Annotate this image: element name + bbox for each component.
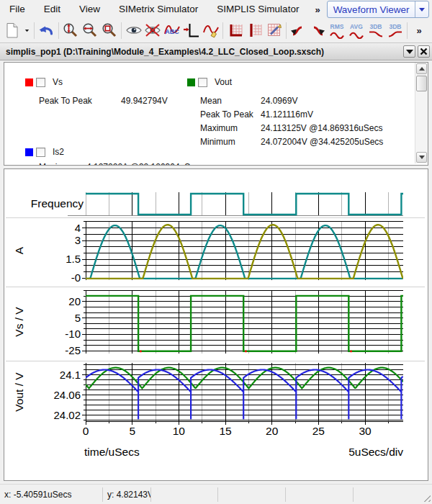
edit-grid-button[interactable]: [264, 20, 284, 40]
add-axis-icon: [183, 22, 200, 39]
menu-item-edit[interactable]: Edit: [35, 0, 70, 19]
triangle-up-icon: [419, 67, 425, 71]
svg-text:»: »: [417, 25, 422, 36]
status-cell: [354, 487, 432, 502]
stat-label: Minimum: [200, 137, 261, 147]
menu-item-view[interactable]: View: [70, 0, 109, 19]
avg-icon: AVG: [348, 22, 365, 39]
toolbar-separator: [222, 22, 223, 39]
x-scale-note: 5uSecs/div: [348, 446, 403, 458]
svg-text:24.02: 24.02: [53, 409, 81, 421]
toolbar-more-button[interactable]: »: [410, 20, 429, 40]
traces-a: [86, 225, 403, 279]
legend-color-swatch: [25, 148, 33, 156]
menu-bar: FileEditViewSIMetrix SimulatorSIMPLIS Si…: [0, 0, 432, 19]
chevron-down-icon: [406, 50, 413, 54]
highpass-3db-icon: 3DB: [387, 22, 404, 39]
combo-dropdown-button[interactable]: [415, 1, 428, 17]
triangle-down-icon: [419, 156, 425, 159]
legend-entry-is2: Is2: [25, 147, 64, 157]
stat-value: 24.113125V @14.869316uSecs: [261, 123, 382, 133]
waveform-chart[interactable]: FrequencyA431.5-0Vs / V205-10-25Vout / V…: [4, 169, 426, 479]
undo-icon: [37, 22, 55, 39]
legend-checkbox-vs[interactable]: [36, 78, 45, 87]
curve-next-icon: [309, 22, 326, 39]
avg-button[interactable]: AVG: [347, 20, 366, 40]
stat-value: 24.072004V @34.425205uSecs: [261, 137, 383, 147]
toolbar-more-icon: »: [410, 22, 428, 39]
annotate-curve-icon: ABC: [163, 22, 181, 39]
svg-text:ABC: ABC: [166, 28, 180, 35]
status-y-coordinate: y: 4.82143V: [103, 487, 151, 502]
new-document-dropdown-button[interactable]: [22, 20, 32, 40]
rms-button[interactable]: RMS: [328, 20, 347, 40]
zoom-y-button[interactable]: [61, 20, 81, 40]
lowpass-3db-button[interactable]: 3DB: [366, 20, 385, 40]
legend-scrollbar[interactable]: [415, 63, 428, 163]
scroll-up-button[interactable]: [416, 63, 427, 74]
legend-curve-name: Is2: [53, 147, 64, 157]
svg-text:5: 5: [129, 425, 135, 437]
svg-text:4: 4: [75, 222, 81, 234]
zoom-x-icon: [81, 22, 99, 39]
scrollbar-thumb[interactable]: [416, 76, 427, 91]
status-cell: [151, 487, 218, 502]
svg-text:10: 10: [173, 425, 186, 437]
stat-label: Peak To Peak: [39, 96, 121, 106]
show-curve-button[interactable]: [124, 20, 143, 40]
svg-text:-0: -0: [71, 271, 81, 284]
add-axis-button[interactable]: [182, 20, 202, 40]
legend-stat-row: Mean24.0969V: [200, 96, 297, 109]
scroll-down-button[interactable]: [416, 152, 427, 163]
legend-curve-name: Vs: [53, 77, 63, 87]
stat-value: 4.127222A @32.120304uSecs: [86, 162, 204, 166]
waveform-chart-panel[interactable]: FrequencyA431.5-0Vs / V205-10-25Vout / V…: [4, 168, 428, 481]
hide-curve-icon: [144, 22, 161, 39]
toolbar: ABCRMSAVG3DB3DB»: [0, 19, 432, 42]
curve-next-button[interactable]: [308, 20, 328, 40]
add-divider-button[interactable]: [245, 20, 264, 40]
legend-color-swatch: [25, 78, 33, 86]
new-document-button[interactable]: [3, 20, 22, 40]
legend-color-swatch: [187, 78, 195, 86]
curve-prev-button[interactable]: [289, 20, 308, 40]
legend-entry-vout: Vout: [187, 77, 232, 87]
zoom-area-button[interactable]: [99, 20, 119, 40]
window-menu-button[interactable]: [403, 45, 415, 58]
menu-overflow-chevron[interactable]: »: [308, 4, 326, 15]
axis-label-vout: Vout / V: [13, 372, 25, 412]
new-document-icon: [4, 22, 21, 39]
annotate-curve-button[interactable]: ABC: [163, 20, 182, 40]
add-grid-button[interactable]: [225, 20, 245, 40]
edit-grid-icon: [266, 22, 283, 39]
new-document-dropdown-icon: [22, 22, 32, 39]
toolbar-separator: [286, 22, 287, 39]
legend-curve-name: Vout: [215, 77, 232, 87]
traces-vs: [86, 296, 403, 352]
toolbar-separator: [34, 22, 35, 39]
zoom-x-button[interactable]: [80, 20, 99, 40]
svg-text:3DB: 3DB: [389, 23, 401, 30]
undo-button[interactable]: [37, 20, 56, 40]
svg-text:RMS: RMS: [330, 23, 344, 30]
legend-checkbox-vout[interactable]: [198, 78, 207, 87]
add-grid-icon: [227, 22, 244, 39]
highpass-3db-button[interactable]: 3DB: [385, 20, 405, 40]
mode-select-combobox[interactable]: Waveform Viewer: [327, 1, 430, 18]
menu-item-simplis-simulator[interactable]: SIMPLIS Simulator: [207, 0, 308, 19]
svg-text:24.06: 24.06: [53, 389, 81, 401]
add-divider-icon: [246, 22, 264, 39]
traces-vout: [86, 368, 403, 420]
edit-curve-button[interactable]: [202, 20, 221, 40]
traces-frequency: [86, 194, 403, 215]
close-button[interactable]: [418, 45, 430, 58]
status-cell: [286, 487, 354, 502]
legend-checkbox-is2[interactable]: [36, 148, 45, 157]
svg-text:24.1: 24.1: [60, 369, 81, 381]
document-title-bar[interactable]: simplis_pop1 (D:\Training\Module_4_Examp…: [0, 42, 432, 60]
curve-legend-panel: VsPeak To Peak49.942794VVoutMean24.0969V…: [4, 62, 428, 166]
menu-item-simetrix-simulator[interactable]: SIMetrix Simulator: [109, 0, 207, 19]
hide-curve-button[interactable]: [143, 20, 163, 40]
menu-item-file[interactable]: File: [0, 0, 35, 19]
rms-icon: RMS: [328, 22, 346, 39]
